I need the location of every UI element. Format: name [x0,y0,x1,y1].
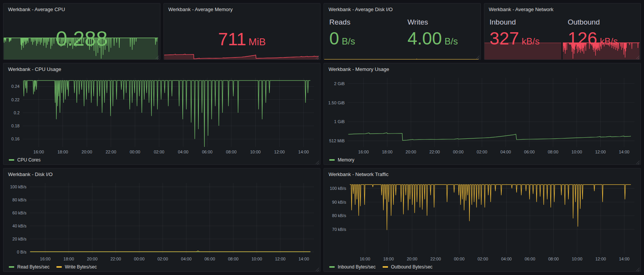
panel-resize-handle[interactable] [315,267,320,271]
legend-swatch-icon [9,159,14,161]
panel-memory-usage: Werkbank - Memory Usage 2 GiB1.50 GiB1 G… [324,63,641,165]
stat-unit: B/s [342,37,355,46]
disk-io-chart[interactable]: 100 kB/s80 kB/s60 kB/s40 kB/s20 kB/s0 B/… [5,180,317,262]
network-traffic-chart[interactable]: 100 kB/s90 kB/s80 kB/s70 kB/s16:0018:002… [325,180,637,262]
panel-title[interactable]: Werkbank - Memory Usage [324,63,641,74]
series-line [348,133,631,140]
stat-label: Outbound [568,18,637,26]
panel-cpu-usage: Werkbank - CPU Usage 0.240.220.20.180.16… [3,63,320,165]
chart-svg [325,75,637,155]
panel-disk-io: Werkbank - Disk I/O 100 kB/s80 kB/s60 kB… [3,168,320,272]
stat-unit: kB/s [600,37,618,46]
series-line [23,81,310,148]
legend-swatch-icon [329,266,335,268]
stat-col-outbound: Outbound 126 kB/s [562,14,641,59]
stat-number: 0 [329,30,339,47]
stat-value-memory: 711MiB [164,30,320,48]
legend-swatch-icon [329,159,335,161]
stat-label: Inbound [490,18,560,26]
legend-swatch-icon [9,266,14,268]
chart-svg [325,180,637,262]
panel-title[interactable]: Werkbank - Disk I/O [3,168,320,179]
panel-title[interactable]: Werkbank - Average Memory [164,3,320,14]
legend-label: Inbound Bytes/sec [338,264,376,270]
panel-title[interactable]: Werkbank - CPU Usage [3,63,320,74]
panel-resize-handle[interactable] [476,54,480,59]
stat-col-inbound: Inbound 327 kB/s [484,14,563,59]
chart-legend: Memory [324,155,641,165]
stat-unit: kB/s [522,37,540,46]
legend-item[interactable]: Outbound Bytes/sec [383,264,433,270]
legend-item[interactable]: Read Bytes/sec [9,264,50,270]
panel-average-disk-io: Werkbank - Average Disk I/O Reads 0 B/s … [324,3,481,60]
stat-col-writes: Writes 4.00 B/s [402,14,481,59]
legend-label: Memory [338,157,354,163]
series-line [30,251,310,252]
panel-title[interactable]: Werkbank - Network Traffic [324,168,641,179]
stat-unit: B/s [444,37,458,46]
legend-item[interactable]: CPU Cores [9,157,41,163]
sparkline-svg [164,53,320,59]
cpu-usage-chart[interactable]: 0.240.220.20.180.1616:0018:0020:0022:000… [5,75,317,155]
legend-swatch-icon [56,266,62,268]
legend-label: Outbound Bytes/sec [391,264,433,270]
stat-value-cpu: 0.288 [3,28,160,49]
panel-resize-handle[interactable] [636,54,640,59]
stat-col-reads: Reads 0 B/s [324,14,402,59]
memory-usage-chart[interactable]: 2 GiB1.50 GiB1 GiB512 MiB16:0018:0020:00… [325,75,637,155]
stat-number: 327 [490,30,519,47]
chart-legend: Inbound Bytes/secOutbound Bytes/sec [324,262,641,272]
legend-label: CPU Cores [17,157,41,163]
chart-legend: CPU Cores [3,155,320,165]
stat-number: 126 [568,30,597,47]
panel-title[interactable]: Werkbank - Average Network [484,3,641,14]
chart-svg [5,180,317,262]
panel-resize-handle[interactable] [636,267,640,271]
panel-average-cpu: Werkbank - Average CPU 0.288 [3,3,160,60]
grafana-dashboard: Werkbank - Average CPU 0.288 Werkbank - … [0,0,644,275]
stat-label: Writes [408,18,477,26]
panel-average-network: Werkbank - Average Network Inbound 327 k… [484,3,641,60]
stat-number: 711 [218,29,246,49]
panel-title[interactable]: Werkbank - Average Disk I/O [324,3,481,14]
legend-item[interactable]: Inbound Bytes/sec [329,264,376,270]
stat-unit: MiB [249,36,266,48]
panel-resize-handle[interactable] [155,54,160,59]
chart-legend: Read Bytes/secWrite Bytes/sec [3,262,320,272]
panel-resize-handle[interactable] [315,54,320,59]
panel-title[interactable]: Werkbank - Average CPU [3,3,160,14]
stat-row: Reads 0 B/s Writes 4.00 B/s [324,14,481,59]
chart-svg [5,75,317,155]
legend-item[interactable]: Memory [329,157,354,163]
stat-row: Inbound 327 kB/s Outbound 126 kB/s [484,14,641,59]
legend-item[interactable]: Write Bytes/sec [56,264,97,270]
stat-label: Reads [329,18,399,26]
sparkline-memory [164,53,320,59]
series-line [350,184,631,230]
stat-number: 4.00 [408,30,442,47]
panel-resize-handle[interactable] [636,160,640,164]
legend-label: Read Bytes/sec [17,264,50,270]
panel-resize-handle[interactable] [315,160,320,164]
panel-network-traffic: Werkbank - Network Traffic 100 kB/s90 kB… [324,168,641,272]
panel-average-memory: Werkbank - Average Memory 711MiB [163,3,321,60]
legend-swatch-icon [383,266,388,268]
legend-label: Write Bytes/sec [65,264,97,270]
